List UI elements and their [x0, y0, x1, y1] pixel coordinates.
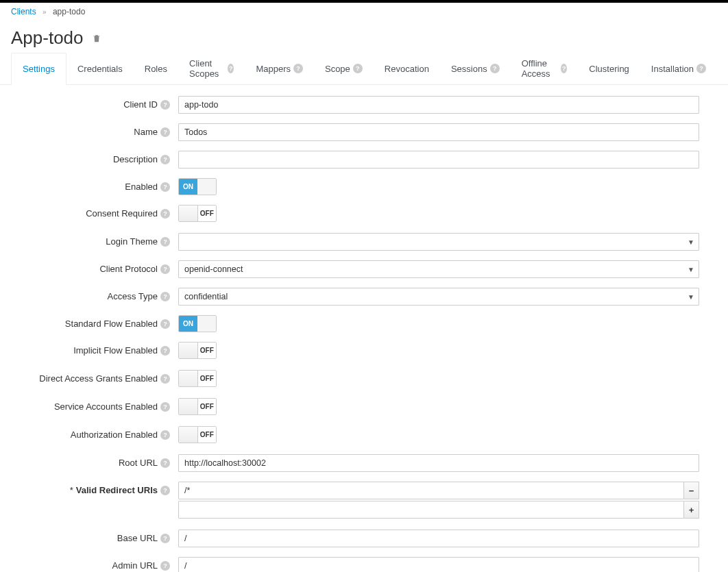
- breadcrumb-separator: »: [38, 8, 51, 16]
- chevron-down-icon: ▼: [688, 266, 694, 273]
- help-icon[interactable]: ?: [160, 486, 170, 495]
- add-uri-button[interactable]: +: [684, 501, 699, 519]
- service-accounts-label: Service Accounts Enabled: [54, 401, 158, 412]
- login-theme-select[interactable]: ▼: [178, 233, 699, 251]
- help-icon[interactable]: ?: [160, 402, 170, 412]
- help-icon[interactable]: ?: [160, 561, 170, 571]
- standard-flow-toggle[interactable]: ON: [178, 315, 217, 332]
- help-icon: ?: [490, 64, 500, 73]
- settings-form: Client ID? Name? Description? Enabled? O…: [0, 85, 728, 572]
- required-marker: *: [70, 485, 73, 495]
- access-type-select[interactable]: confidential▼: [178, 288, 699, 306]
- help-icon[interactable]: ?: [160, 374, 170, 384]
- breadcrumb-clients-link[interactable]: Clients: [11, 7, 36, 16]
- valid-redirect-uris-label: Valid Redirect URIs: [76, 485, 158, 495]
- breadcrumb-current: app-todo: [53, 7, 85, 16]
- help-icon: ?: [228, 64, 234, 73]
- authorization-enabled-toggle[interactable]: OFF: [178, 426, 217, 443]
- client-id-input[interactable]: [178, 96, 699, 114]
- chevron-down-icon: ▼: [688, 238, 694, 246]
- name-input[interactable]: [178, 123, 699, 141]
- help-icon: ?: [353, 64, 363, 73]
- enabled-label: Enabled: [125, 182, 158, 192]
- tabs: Settings Credentials Roles Client Scopes…: [0, 53, 728, 85]
- help-icon: ?: [293, 64, 303, 73]
- direct-access-toggle[interactable]: OFF: [178, 370, 217, 387]
- breadcrumb: Clients » app-todo: [0, 3, 728, 21]
- login-theme-label: Login Theme: [106, 236, 158, 247]
- valid-redirect-uri-input-1[interactable]: [178, 501, 684, 519]
- root-url-label: Root URL: [119, 458, 158, 468]
- help-icon[interactable]: ?: [160, 534, 170, 543]
- help-icon[interactable]: ?: [160, 155, 170, 164]
- help-icon[interactable]: ?: [160, 292, 170, 301]
- admin-url-input[interactable]: [178, 557, 699, 572]
- help-icon[interactable]: ?: [160, 182, 170, 192]
- client-id-label: Client ID: [123, 99, 158, 110]
- implicit-flow-toggle[interactable]: OFF: [178, 342, 217, 359]
- chevron-down-icon: ▼: [688, 293, 694, 301]
- help-icon[interactable]: ?: [160, 100, 170, 110]
- help-icon[interactable]: ?: [160, 264, 170, 274]
- tab-revocation[interactable]: Revocation: [374, 53, 440, 84]
- help-icon: ?: [696, 64, 706, 73]
- tab-roles[interactable]: Roles: [134, 53, 178, 84]
- tab-installation[interactable]: Installation?: [640, 53, 717, 84]
- base-url-input[interactable]: [178, 530, 699, 547]
- tab-offline-access[interactable]: Offline Access?: [511, 53, 579, 84]
- delete-icon[interactable]: [92, 34, 101, 43]
- help-icon[interactable]: ?: [160, 430, 170, 440]
- consent-required-label: Consent Required: [86, 208, 158, 219]
- implicit-flow-label: Implicit Flow Enabled: [73, 345, 158, 356]
- tab-settings[interactable]: Settings: [11, 53, 66, 85]
- base-url-label: Base URL: [117, 533, 158, 543]
- enabled-toggle[interactable]: ON: [178, 178, 217, 195]
- standard-flow-label: Standard Flow Enabled: [65, 319, 158, 329]
- tab-sessions[interactable]: Sessions?: [440, 53, 511, 84]
- name-label: Name: [134, 127, 158, 137]
- remove-uri-button[interactable]: −: [684, 482, 699, 499]
- tab-mappers[interactable]: Mappers?: [245, 53, 314, 84]
- access-type-label: Access Type: [108, 291, 158, 301]
- help-icon[interactable]: ?: [160, 209, 170, 219]
- help-icon[interactable]: ?: [160, 319, 170, 329]
- tab-clustering[interactable]: Clustering: [578, 53, 640, 84]
- root-url-input[interactable]: [178, 454, 699, 472]
- valid-redirect-uri-input-0[interactable]: [178, 482, 684, 499]
- service-accounts-toggle[interactable]: OFF: [178, 398, 217, 415]
- help-icon[interactable]: ?: [160, 346, 170, 356]
- help-icon: ?: [561, 64, 567, 73]
- help-icon[interactable]: ?: [160, 237, 170, 247]
- authorization-enabled-label: Authorization Enabled: [71, 430, 158, 440]
- client-protocol-label: Client Protocol: [99, 264, 158, 274]
- tab-scope[interactable]: Scope?: [314, 53, 374, 84]
- tab-credentials[interactable]: Credentials: [66, 53, 134, 84]
- help-icon[interactable]: ?: [160, 458, 170, 468]
- admin-url-label: Admin URL: [112, 560, 158, 571]
- page-header: App-todo: [0, 21, 728, 53]
- consent-required-toggle[interactable]: OFF: [178, 205, 217, 222]
- help-icon[interactable]: ?: [160, 127, 170, 137]
- direct-access-label: Direct Access Grants Enabled: [39, 373, 158, 384]
- tab-client-scopes[interactable]: Client Scopes?: [178, 53, 245, 84]
- page-title: App-todo: [11, 27, 84, 49]
- client-protocol-select[interactable]: openid-connect▼: [178, 260, 699, 278]
- description-input[interactable]: [178, 151, 699, 169]
- description-label: Description: [113, 154, 158, 164]
